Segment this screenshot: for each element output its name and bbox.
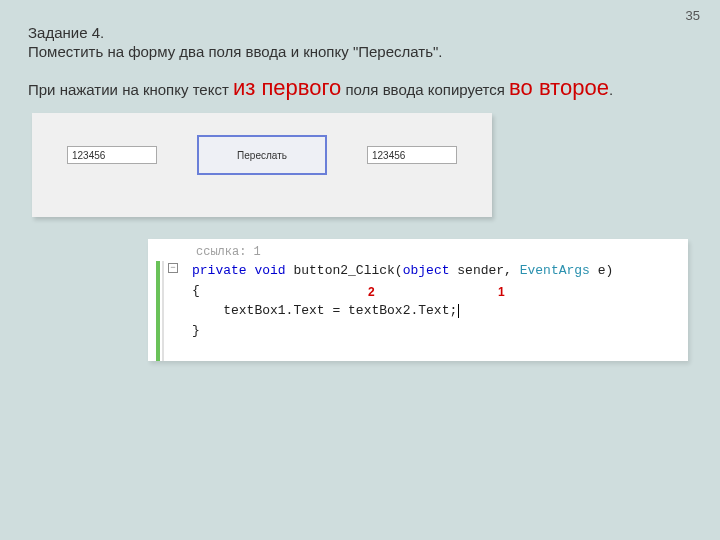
task-text-a: При нажатии на кнопку текст: [28, 81, 233, 98]
code-body: − 2 1 private void button2_Click(object …: [148, 261, 688, 361]
task-line-1: Поместить на форму два поля ввода и кноп…: [28, 43, 692, 60]
annotation-2: 2: [368, 285, 375, 299]
task-em-second: во второе: [509, 75, 609, 100]
fold-guide: [162, 261, 164, 361]
kw-void: void: [254, 263, 285, 278]
code-editor-mock: ссылка: 1 − 2 1 private void button2_Cli…: [148, 239, 688, 361]
text-caret: [458, 304, 459, 318]
form-window-mock: 123456 Переслать 123456: [32, 113, 492, 217]
kw-object: object: [403, 263, 450, 278]
task-line-2: При нажатии на кнопку текст из первого п…: [28, 70, 692, 105]
task-period: .: [609, 81, 613, 98]
textbox-1[interactable]: 123456: [67, 146, 157, 164]
method-name: button2_Click(: [286, 263, 403, 278]
slide-content: Задание 4. Поместить на форму два поля в…: [0, 0, 720, 371]
code-line-brace-open: {: [192, 281, 688, 301]
task-title: Задание 4.: [28, 24, 692, 41]
page-number: 35: [686, 8, 700, 23]
type-eventargs: EventArgs: [520, 263, 590, 278]
code-reference-label: ссылка: 1: [148, 239, 688, 261]
task-text-b: поля ввода копируется: [341, 81, 509, 98]
code-line-brace-close: }: [192, 321, 688, 341]
code-body-text: textBox1.Text = textBox2.Text;: [192, 303, 457, 318]
code-line-body: textBox1.Text = textBox2.Text;: [192, 301, 688, 321]
code-line-signature: private void button2_Click(object sender…: [192, 261, 688, 281]
task-em-first: из первого: [233, 75, 341, 100]
change-bar: [156, 261, 160, 361]
textbox-2[interactable]: 123456: [367, 146, 457, 164]
forward-button[interactable]: Переслать: [197, 135, 327, 175]
fold-toggle-icon[interactable]: −: [168, 263, 178, 273]
arg-sender: sender,: [449, 263, 519, 278]
kw-private: private: [192, 263, 247, 278]
annotation-1: 1: [498, 285, 505, 299]
arg-e: e): [590, 263, 613, 278]
form-inner: 123456 Переслать 123456: [32, 135, 492, 175]
